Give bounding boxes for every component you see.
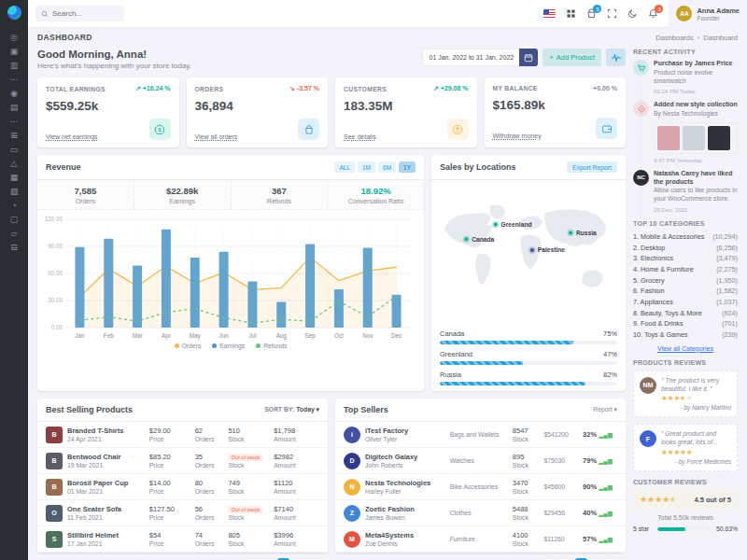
dashboards-icon[interactable]: ◎: [10, 31, 18, 45]
revenue-filter-6m[interactable]: 6M: [378, 161, 396, 173]
reviewer-avatar: NM: [640, 377, 656, 394]
stat-card: MY BALANCE +0.00 % $165.89k Withdraw mon…: [485, 77, 627, 147]
pages-icon[interactable]: ▤: [10, 101, 19, 115]
seller-row[interactable]: M Meta4Systems Zoe Dennis Furniture 4100…: [335, 526, 626, 552]
rating-bar-row: 5 star 50.63%: [633, 525, 738, 532]
stat-percent: ↗ +16.24 %: [135, 85, 171, 92]
legend-item[interactable]: Refunds: [256, 343, 287, 349]
search-box[interactable]: [35, 6, 124, 21]
apps-icon[interactable]: ▣: [10, 45, 19, 59]
category-item[interactable]: 4. Home & Furniture (2,275): [633, 264, 738, 275]
stat-link[interactable]: View all orders: [195, 133, 238, 140]
base-ui-icon[interactable]: ⊞: [10, 129, 18, 143]
svg-text:60.00: 60.00: [48, 270, 63, 276]
charts-icon[interactable]: ◔: [11, 199, 16, 213]
forms-icon[interactable]: ▦: [10, 171, 19, 185]
view-all-categories-link[interactable]: View all Categories: [633, 345, 738, 352]
product-row[interactable]: B Borosil Paper Cup 01 Mar 2021 $14.00Pr…: [37, 474, 328, 500]
advance-ui-icon[interactable]: ▭: [10, 143, 19, 157]
revenue-filter-1y[interactable]: 1Y: [399, 161, 416, 173]
best-selling-panel: Best Selling Products SORT BY: Today ▾ B…: [37, 399, 328, 553]
maps-icon[interactable]: ▱: [11, 227, 18, 241]
cart-badge: 5: [593, 5, 601, 13]
product-row[interactable]: O One Seater Sofa 11 Feb 2021 $127.50Pri…: [37, 500, 328, 526]
fullscreen-icon[interactable]: [607, 8, 617, 19]
seller-company: Digitech Galaxy: [365, 453, 450, 461]
category-item[interactable]: 6. Fashion (1,582): [633, 286, 738, 297]
legend-item[interactable]: Orders: [175, 343, 202, 349]
product-row[interactable]: B Branded T-Shirts 24 Apr 2021 $29.00Pri…: [37, 422, 328, 448]
add-product-button[interactable]: + Add Product: [543, 49, 601, 66]
calendar-button[interactable]: [519, 49, 538, 66]
stat-link[interactable]: View net earnings: [46, 133, 98, 140]
apps-grid-icon[interactable]: [566, 8, 576, 19]
category-item[interactable]: 1. Mobile & Accessories (10,294): [633, 231, 738, 243]
product-name: Bentwood Chair: [67, 453, 149, 461]
category-item[interactable]: 10. Toys & Games (239): [633, 329, 738, 341]
category-item[interactable]: 5. Grocery (1,950): [633, 275, 738, 287]
stat-link[interactable]: Withdraw money: [493, 133, 542, 139]
category-item[interactable]: 2. Desktop (6,256): [633, 243, 738, 254]
category-count: (1,037): [716, 297, 738, 308]
sidebar-nav: ◎▣▥⋯◉▤⋯⊞▭△▦▧◔▢▱⊟: [10, 31, 19, 255]
category-item[interactable]: 9. Food & Drinks (701): [633, 318, 738, 329]
icons-icon[interactable]: ▢: [10, 213, 19, 227]
legend-item[interactable]: Earnings: [212, 343, 245, 349]
widgets-icon[interactable]: △: [11, 157, 18, 171]
cart-icon[interactable]: 5: [586, 8, 597, 19]
activity-pulse-button[interactable]: [606, 49, 626, 66]
app-window: ◎▣▥⋯◉▤⋯⊞▭△▦▧◔▢▱⊟ 5: [0, 0, 747, 560]
product-thumbnail: B: [46, 453, 63, 469]
seller-row[interactable]: N Nesta Technologies Harley Fuller Bike …: [335, 474, 626, 500]
revenue-stat-label: Earnings: [134, 198, 231, 204]
seller-row[interactable]: D Digitech Galaxy John Roberts Watches 8…: [335, 448, 626, 474]
wallet-icon: [596, 118, 617, 139]
activity-title: Natasha Carey have liked the products: [654, 170, 738, 187]
location-country: Greenland: [440, 350, 472, 358]
location-bar: [440, 361, 617, 365]
search-input[interactable]: [52, 9, 118, 18]
svg-text:Sep: Sep: [304, 332, 316, 340]
menu-dots-icon[interactable]: ⋯: [10, 73, 19, 87]
recent-activity-header: RECENT ACTIVITY: [633, 49, 738, 55]
date-range-input[interactable]: [422, 49, 519, 66]
product-name: One Seater Sofa: [67, 505, 149, 513]
seller-row[interactable]: Z Zoetic Fashion James Bowen Clothes 548…: [335, 500, 626, 526]
stat-label: MY BALANCE: [493, 85, 538, 91]
review-text: " The product is very beautiful. I like …: [661, 377, 731, 394]
export-report-button[interactable]: Export Report: [567, 161, 617, 173]
world-map[interactable]: GreenlandCanadaRussiaPalestine: [431, 180, 626, 322]
menu-dots-icon-2[interactable]: ⋯: [10, 115, 19, 129]
multilevel-icon[interactable]: ⊟: [10, 241, 18, 255]
seller-row[interactable]: i iTest Factory Oliver Tyler Bags and Wa…: [335, 422, 626, 448]
product-row[interactable]: B Bentwood Chair 19 Mar 2021 $85.20Price…: [37, 448, 328, 474]
revenue-filter-all[interactable]: ALL: [334, 161, 355, 173]
review-author: - by Force Medicines: [661, 458, 731, 465]
seller-company: Nesta Technologies: [365, 479, 450, 487]
authentication-icon[interactable]: ◉: [10, 87, 18, 101]
sort-by: SORT BY: Today ▾: [264, 406, 319, 413]
category-item[interactable]: 7. Appliances (1,037): [633, 297, 738, 308]
sort-by-dropdown[interactable]: Today ▾: [296, 406, 319, 413]
product-row[interactable]: S Stillbird Helmet 17 Jan 2021 $54Price …: [37, 526, 328, 552]
layouts-icon[interactable]: ▥: [10, 59, 19, 73]
seller-percent: 79% ▂▄▆: [583, 456, 617, 465]
language-flag-icon[interactable]: [543, 9, 556, 18]
product-thumbnail: B: [46, 427, 63, 443]
revenue-filter-1m[interactable]: 1M: [358, 161, 375, 173]
category-item[interactable]: 8. Beauty, Toys & More (924): [633, 308, 738, 319]
review-stars: ★★★★★★★★★★: [661, 449, 693, 456]
app-logo-icon[interactable]: [7, 6, 21, 20]
stat-link[interactable]: See details: [344, 133, 376, 140]
category-item[interactable]: 3. Electronics (3,479): [633, 253, 738, 264]
dark-mode-moon-icon[interactable]: [627, 8, 638, 19]
tables-icon[interactable]: ▧: [10, 185, 19, 199]
report-dropdown[interactable]: Report ▾: [593, 406, 617, 413]
stat-card: CUSTOMERS ↗ +29.08 % 183.35M See details: [335, 77, 477, 147]
search-icon: [41, 10, 49, 18]
user-menu[interactable]: AA Anna Adame Founder: [669, 0, 747, 28]
svg-text:$: $: [158, 127, 162, 133]
notifications-bell-icon[interactable]: 3: [648, 8, 658, 19]
breadcrumb-parent[interactable]: Dashboards: [655, 34, 693, 42]
revenue-stat-value: 367: [232, 186, 328, 196]
